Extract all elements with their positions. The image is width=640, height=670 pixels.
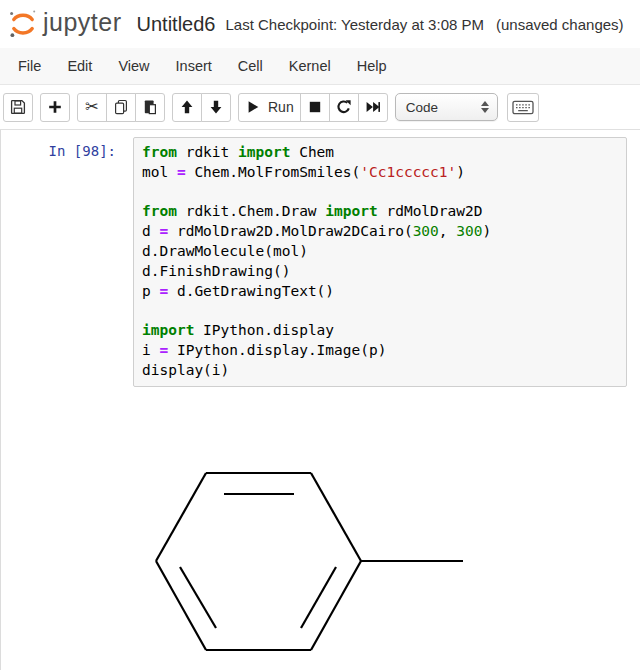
scissors-icon: ✂ [84, 99, 100, 115]
unsaved-changes-badge: (unsaved changes) [496, 16, 624, 33]
output-molecule-image [151, 464, 491, 670]
code-line: mol = Chem.MolFromSmiles('Cc1ccccc1') [142, 163, 618, 183]
code-line: d.FinishDrawing() [142, 262, 618, 282]
copy-cell-button[interactable] [106, 93, 136, 122]
menu-item-insert[interactable]: Insert [163, 48, 225, 84]
input-prompt: In [98]: [1, 137, 133, 159]
code-line: d.DrawMolecule(mol) [142, 242, 618, 262]
code-line [142, 301, 618, 321]
toolbar-group [3, 93, 33, 122]
code-line: display(i) [142, 361, 618, 381]
menu-item-file[interactable]: File [5, 48, 54, 84]
interrupt-kernel-button[interactable] [300, 93, 330, 122]
cell-type-select[interactable]: Code [395, 93, 498, 121]
code-line [142, 183, 618, 203]
menu-item-cell[interactable]: Cell [225, 48, 276, 84]
toolbar: ✂Run Code [0, 85, 640, 130]
paste-cell-button[interactable] [135, 93, 165, 122]
notebook-header: jupyter Untitled6 Last Checkpoint: Yeste… [0, 0, 640, 48]
code-line: p = d.GetDrawingText() [142, 282, 618, 302]
toolbar-group [40, 93, 70, 122]
paste-icon [142, 99, 158, 115]
menu-item-help[interactable]: Help [344, 48, 400, 84]
restart-icon [336, 99, 352, 115]
code-line: i = IPython.display.Image(p) [142, 341, 618, 361]
restart-run-all-button[interactable] [358, 93, 388, 122]
menu-bar: FileEditViewInsertCellKernelHelp [0, 48, 640, 85]
jupyter-logo-icon [6, 8, 40, 40]
toolbar-group: Run [238, 93, 388, 122]
menu-item-edit[interactable]: Edit [54, 48, 105, 84]
fast-forward-icon [365, 99, 381, 115]
notebook-title[interactable]: Untitled6 [137, 13, 216, 36]
arrow-up-icon [179, 99, 195, 115]
plus-icon [47, 99, 63, 115]
select-arrows-icon [481, 101, 489, 113]
add-cell-button[interactable] [40, 93, 70, 122]
copy-icon [113, 99, 129, 115]
floppy-icon [10, 99, 26, 115]
cut-cell-button[interactable]: ✂ [77, 93, 107, 122]
code-input-area[interactable]: from rdkit import Chemmol = Chem.MolFrom… [133, 137, 627, 387]
cell-type-value: Code [406, 100, 481, 115]
move-cell-down-button[interactable] [201, 93, 231, 122]
toolbar-group: ✂ [77, 93, 165, 122]
save-button[interactable] [3, 93, 33, 122]
keyboard-shortcuts-button[interactable] [507, 93, 539, 122]
menu-item-view[interactable]: View [105, 48, 162, 84]
notebook-area: In [98]: from rdkit import Chemmol = Che… [0, 130, 640, 670]
stop-icon [307, 99, 323, 115]
checkpoint-status: Last Checkpoint: Yesterday at 3:08 PM [225, 16, 484, 33]
restart-kernel-button[interactable] [329, 93, 359, 122]
code-line: from rdkit.Chem.Draw import rdMolDraw2D [142, 202, 618, 222]
run-label: Run [268, 99, 294, 115]
cell-output-area [1, 464, 640, 670]
move-cell-up-button[interactable] [172, 93, 202, 122]
play-icon [245, 99, 261, 115]
toolbar-button-groups: ✂Run [3, 93, 395, 122]
arrow-down-icon [208, 99, 224, 115]
keyboard-icon [512, 99, 534, 115]
run-button[interactable]: Run [238, 93, 301, 122]
code-line: from rdkit import Chem [142, 143, 618, 163]
jupyter-logo[interactable]: jupyter [6, 8, 122, 40]
code-line: d = rdMolDraw2D.MolDraw2DCairo(300, 300) [142, 222, 618, 242]
code-line: import IPython.display [142, 321, 618, 341]
toolbar-group [172, 93, 231, 122]
code-cell[interactable]: In [98]: from rdkit import Chemmol = Che… [0, 130, 640, 670]
jupyter-logo-text: jupyter [43, 8, 122, 37]
menu-item-kernel[interactable]: Kernel [276, 48, 344, 84]
